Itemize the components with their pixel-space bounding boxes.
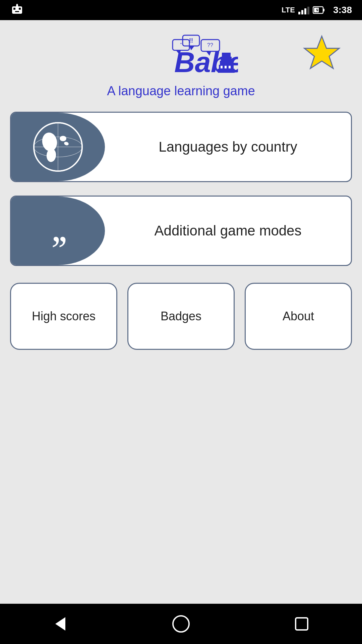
svg-rect-22 bbox=[220, 61, 233, 65]
svg-rect-8 bbox=[323, 9, 324, 11]
notification-icon-area bbox=[10, 0, 24, 20]
robot-icon bbox=[10, 3, 24, 17]
svg-rect-3 bbox=[15, 11, 19, 12]
svg-rect-23 bbox=[221, 57, 232, 61]
lte-indicator: LTE bbox=[282, 6, 295, 14]
bottom-buttons: High scores Badges About bbox=[10, 283, 352, 350]
about-button[interactable]: About bbox=[245, 283, 352, 350]
languages-by-country-card[interactable]: Languages by country bbox=[10, 112, 352, 182]
home-button[interactable] bbox=[171, 614, 191, 634]
quote-marks-icon: ,, bbox=[51, 207, 65, 254]
svg-marker-28 bbox=[304, 36, 339, 68]
svg-rect-0 bbox=[12, 6, 22, 14]
svg-rect-24 bbox=[222, 53, 231, 57]
status-time: 3:38 bbox=[333, 5, 352, 15]
battery-icon bbox=[313, 5, 325, 15]
languages-by-country-text: Languages by country bbox=[105, 113, 351, 181]
status-bar: LTE 3:38 bbox=[0, 0, 362, 20]
svg-rect-25 bbox=[221, 66, 223, 68]
app-logo: !! ?? " Babel bbox=[124, 34, 238, 80]
svg-rect-2 bbox=[19, 8, 21, 10]
badges-label: Badges bbox=[161, 309, 201, 323]
svg-point-33 bbox=[60, 136, 66, 141]
recents-button[interactable] bbox=[292, 614, 312, 634]
additional-game-modes-card[interactable]: ,, Additional game modes bbox=[10, 196, 352, 266]
svg-rect-41 bbox=[296, 618, 308, 630]
additional-game-modes-label: Additional game modes bbox=[155, 222, 302, 240]
logo-container: !! ?? " Babel bbox=[107, 34, 255, 98]
star-icon bbox=[302, 34, 342, 74]
navigation-bar bbox=[0, 604, 362, 644]
languages-by-country-label: Languages by country bbox=[159, 138, 297, 156]
back-icon bbox=[50, 614, 70, 634]
svg-rect-27 bbox=[229, 66, 231, 68]
additional-game-modes-text: Additional game modes bbox=[105, 197, 351, 265]
quotes-icon-section: ,, bbox=[11, 197, 105, 265]
globe-icon bbox=[31, 120, 85, 174]
svg-point-6 bbox=[16, 4, 18, 6]
svg-rect-26 bbox=[225, 66, 227, 68]
svg-marker-39 bbox=[55, 617, 65, 631]
svg-rect-20 bbox=[218, 69, 235, 73]
about-label: About bbox=[283, 309, 314, 323]
high-scores-button[interactable]: High scores bbox=[10, 283, 117, 350]
main-content: !! ?? " Babel bbox=[0, 20, 362, 604]
globe-icon-section bbox=[11, 113, 105, 181]
status-icons: LTE 3:38 bbox=[282, 5, 352, 15]
back-button[interactable] bbox=[50, 614, 70, 634]
recents-icon bbox=[292, 614, 312, 634]
home-icon bbox=[171, 614, 191, 634]
high-scores-label: High scores bbox=[32, 309, 96, 323]
app-header: !! ?? " Babel bbox=[10, 34, 352, 98]
signal-strength bbox=[298, 6, 309, 14]
favorites-star-button[interactable] bbox=[302, 34, 342, 75]
badges-button[interactable]: Badges bbox=[127, 283, 235, 350]
svg-rect-1 bbox=[13, 8, 15, 10]
app-subtitle: A language learning game bbox=[107, 84, 255, 98]
svg-point-40 bbox=[173, 616, 189, 632]
